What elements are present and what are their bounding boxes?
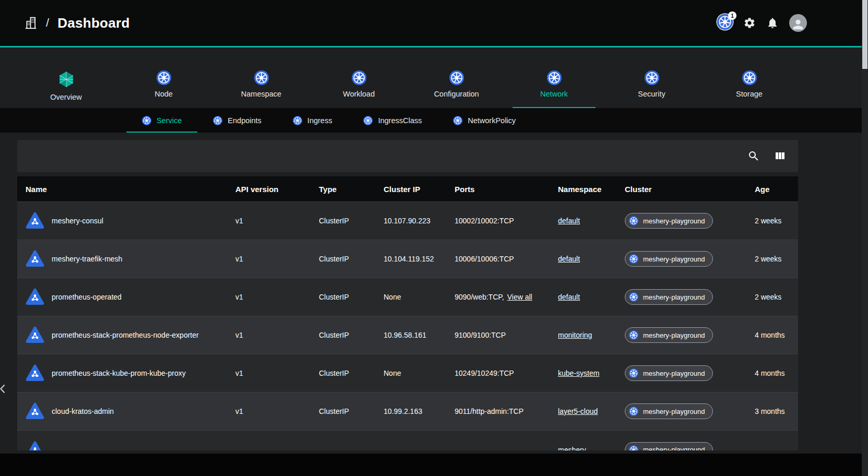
table-row[interactable]: meshery meshery-playground	[17, 431, 798, 450]
tab-node[interactable]: Node	[115, 68, 212, 108]
table-row[interactable]: cloud-kratos-admin v1 ClusterIP 10.99.2.…	[17, 392, 798, 430]
ports-value: 10249/10249:TCP	[455, 369, 514, 377]
scrollbar-thumb[interactable]	[862, 0, 867, 69]
service-name: prometheus-stack-prometheus-node-exporte…	[52, 331, 199, 339]
tab-storage[interactable]: Storage	[700, 68, 798, 108]
namespace-link[interactable]: layer5-cloud	[558, 407, 598, 415]
tab-label: Configuration	[434, 90, 479, 98]
kubernetes-icon	[293, 116, 302, 125]
column-header-ports: Ports	[455, 185, 558, 194]
service-name: prometheus-operated	[52, 293, 122, 301]
gear-icon	[743, 17, 756, 29]
notifications-button[interactable]	[766, 17, 779, 29]
cluster-cell: meshery-playground	[625, 442, 755, 451]
age-cell: 4 months	[755, 369, 798, 377]
tab-label: Security	[638, 90, 665, 98]
namespace-link[interactable]: default	[558, 255, 580, 263]
column-header-namespace: Namespace	[558, 185, 625, 194]
column-header-name: Name	[26, 185, 235, 194]
kubernetes-icon	[142, 116, 151, 125]
cluster-chip[interactable]: meshery-playground	[625, 442, 713, 451]
connected-clusters-button[interactable]: 1	[717, 14, 733, 32]
view-columns-button[interactable]	[771, 147, 789, 165]
namespace-link[interactable]: kube-system	[558, 369, 599, 377]
table-row[interactable]: prometheus-stack-kube-prom-kube-proxy v1…	[17, 354, 798, 392]
user-avatar[interactable]	[789, 14, 807, 32]
cluster-chip[interactable]: meshery-playground	[625, 327, 713, 343]
subtab-networkpolicy[interactable]: NetworkPolicy	[437, 108, 531, 133]
namespace-link[interactable]: monitoring	[558, 331, 592, 339]
api-version-cell: v1	[235, 407, 319, 415]
vertical-scrollbar[interactable]	[862, 0, 868, 476]
tab-label: Network	[540, 90, 568, 98]
chevron-left-icon	[0, 384, 5, 394]
cluster-cell: meshery-playground	[625, 403, 755, 419]
kubernetes-icon	[213, 116, 222, 125]
api-version-cell: v1	[235, 331, 319, 339]
search-button[interactable]	[745, 147, 763, 165]
subtab-endpoints[interactable]: Endpoints	[197, 108, 277, 133]
services-table: Name API version Type Cluster IP Ports N…	[17, 176, 798, 450]
cluster-chip[interactable]: meshery-playground	[625, 213, 713, 229]
tab-label: Namespace	[241, 90, 281, 98]
table-row[interactable]: prometheus-operated v1 ClusterIP None 90…	[17, 278, 798, 316]
namespace-link[interactable]: default	[558, 217, 580, 225]
api-version-cell: v1	[235, 255, 319, 263]
header-actions: 1	[717, 14, 807, 32]
tab-label: Overview	[50, 93, 81, 101]
network-subtabs: Service Endpoints Ingress IngressClass N…	[126, 108, 531, 133]
cluster-chip[interactable]: meshery-playground	[625, 365, 713, 381]
namespace-link[interactable]: meshery	[558, 446, 586, 451]
table-row[interactable]: meshery-consul v1 ClusterIP 10.107.90.22…	[17, 201, 798, 240]
view-all-link[interactable]: View all	[507, 293, 532, 301]
kubernetes-icon	[629, 254, 638, 264]
resource-category-tabs: Overview Node Namespace Workload Configu…	[17, 68, 798, 108]
table-row[interactable]: meshery-traefik-mesh v1 ClusterIP 10.104…	[17, 240, 798, 278]
age-cell: 3 months	[755, 407, 798, 415]
tab-overview[interactable]: Overview	[17, 68, 115, 108]
cluster-count-badge: 1	[728, 11, 736, 20]
cluster-chip-label: meshery-playground	[643, 255, 705, 263]
tab-security[interactable]: Security	[603, 68, 700, 108]
service-resource-icon	[26, 211, 44, 230]
tab-configuration[interactable]: Configuration	[408, 68, 505, 108]
cluster-cell: meshery-playground	[625, 289, 755, 305]
type-cell: ClusterIP	[319, 369, 384, 377]
tab-namespace[interactable]: Namespace	[212, 68, 310, 108]
cluster-ip-cell: 10.107.90.223	[384, 217, 455, 225]
cluster-ip-cell: 10.104.119.152	[384, 255, 455, 263]
kubernetes-icon	[645, 70, 659, 85]
cluster-chip[interactable]: meshery-playground	[625, 251, 713, 267]
subtab-ingressclass[interactable]: IngressClass	[348, 108, 437, 133]
subtab-ingress[interactable]: Ingress	[277, 108, 348, 133]
table-row[interactable]: prometheus-stack-prometheus-node-exporte…	[17, 316, 798, 354]
page-title: Dashboard	[57, 15, 130, 31]
cluster-chip[interactable]: meshery-playground	[625, 403, 713, 419]
kubernetes-icon	[629, 445, 638, 451]
breadcrumb: / Dashboard	[24, 15, 130, 31]
column-header-type: Type	[319, 185, 384, 194]
subtab-service[interactable]: Service	[126, 108, 197, 133]
ports-value: 10006/10006:TCP	[455, 255, 514, 263]
namespace-link[interactable]: default	[558, 293, 580, 301]
organization-building-icon[interactable]	[24, 16, 38, 30]
tab-workload[interactable]: Workload	[310, 68, 408, 108]
ports-cell: 9100/9100:TCP	[455, 331, 558, 339]
column-header-cluster: Cluster	[625, 185, 755, 194]
api-version-cell: v1	[235, 369, 319, 377]
table-header-row: Name API version Type Cluster IP Ports N…	[17, 176, 798, 201]
settings-button[interactable]	[743, 17, 756, 29]
ports-cell: 10006/10006:TCP	[455, 255, 558, 263]
service-name: meshery-traefik-mesh	[52, 255, 122, 263]
cluster-cell: meshery-playground	[625, 365, 755, 381]
header-accent-rule	[0, 46, 862, 47]
kubernetes-icon	[629, 216, 638, 225]
service-resource-icon	[26, 364, 44, 383]
type-cell: ClusterIP	[319, 217, 384, 225]
drawer-collapse-handle[interactable]	[0, 380, 8, 398]
tab-network[interactable]: Network	[505, 68, 603, 108]
cluster-chip-label: meshery-playground	[643, 446, 705, 450]
view-column-icon	[774, 150, 786, 162]
cluster-chip[interactable]: meshery-playground	[625, 289, 713, 305]
network-subtabs-strip: Service Endpoints Ingress IngressClass N…	[0, 108, 862, 133]
